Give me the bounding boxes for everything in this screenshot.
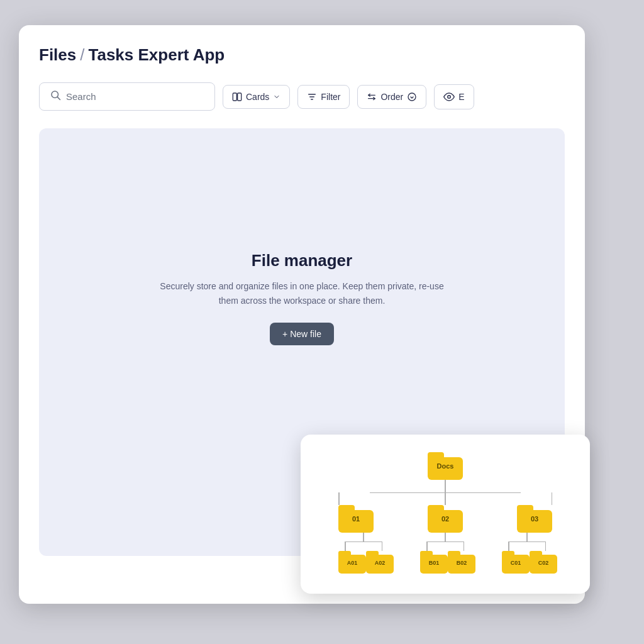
drop-01 [338, 492, 340, 505]
d-c01 [508, 542, 509, 551]
new-file-label: + New file [282, 329, 321, 339]
new-file-button[interactable]: + New file [270, 323, 334, 345]
extra-button[interactable]: E [434, 84, 474, 109]
folder-c01[interactable]: C01 [502, 551, 530, 574]
group-03-gcs: C01 C02 [502, 551, 552, 574]
hc-03 [508, 541, 546, 543]
root-folder-row: Docs [428, 452, 463, 480]
d-c02 [545, 542, 547, 551]
drop-02 [445, 492, 446, 505]
breadcrumb-files[interactable]: Files [39, 45, 76, 65]
cards-label: Cards [246, 92, 269, 102]
folder-02[interactable]: 02 [428, 505, 463, 533]
folder-01-label: 01 [352, 515, 360, 523]
folder-c02[interactable]: C02 [530, 551, 557, 574]
level2-folders: A01 A02 [338, 551, 552, 574]
vc-01 [363, 533, 364, 541]
d-b02 [464, 542, 465, 551]
group-01-gcs: A01 A02 [338, 551, 389, 574]
svg-line-1 [57, 97, 60, 99]
hc-02 [426, 541, 464, 543]
order-icon [367, 92, 377, 102]
folder-b02-label: B02 [457, 560, 467, 566]
folder-a01[interactable]: A01 [338, 551, 366, 574]
file-manager-title: File manager [252, 251, 352, 270]
svg-rect-3 [238, 93, 242, 101]
level1-hline-row [338, 492, 552, 505]
filter-label: Filter [321, 92, 340, 102]
folder-a01-label: A01 [347, 560, 358, 566]
cards-button[interactable]: Cards [223, 85, 290, 109]
cards-chevron-icon [273, 93, 280, 101]
file-manager-description: Securely store and organize files in one… [151, 279, 453, 308]
order-down-icon [407, 92, 417, 102]
group-02-gcs: B01 B02 [420, 551, 470, 574]
hc-01 [345, 541, 382, 543]
order-button[interactable]: Order [357, 85, 426, 109]
svg-point-10 [448, 95, 451, 98]
folder-a02-label: A02 [375, 560, 386, 566]
cards-icon [232, 92, 242, 102]
connector-group-01 [338, 533, 389, 552]
breadcrumb-current: Tasks Expert App [88, 45, 225, 65]
folder-b01-label: B01 [429, 560, 440, 566]
content-area: File manager Securely store and organize… [39, 128, 565, 556]
svg-rect-2 [233, 93, 236, 101]
folder-tree-card: Docs [301, 435, 590, 594]
drops-02 [426, 542, 464, 551]
level1-drops [338, 492, 552, 505]
folder-b01[interactable]: B01 [420, 551, 448, 574]
breadcrumb: Files / Tasks Expert App [39, 45, 565, 65]
d-a01 [345, 542, 346, 551]
connector-group-02 [420, 533, 470, 552]
search-box[interactable]: Search [39, 82, 215, 111]
level1-folders: 01 02 [338, 505, 552, 533]
breadcrumb-separator: / [80, 45, 84, 65]
connector-group-03 [502, 533, 552, 552]
svg-point-9 [408, 93, 416, 101]
extra-label: E [458, 92, 464, 102]
docs-folder[interactable]: Docs [428, 452, 463, 480]
folder-b02[interactable]: B02 [448, 551, 475, 574]
h-line-l1 [370, 492, 521, 494]
filter-button[interactable]: Filter [297, 85, 350, 109]
docs-label: Docs [437, 462, 454, 470]
search-label: Search [66, 91, 96, 102]
folder-c01-label: C01 [511, 560, 521, 566]
folder-03[interactable]: 03 [517, 505, 552, 533]
folder-a02[interactable]: A02 [366, 551, 394, 574]
folder-01[interactable]: 01 [338, 505, 374, 533]
vc-03 [526, 533, 528, 541]
tree-container: Docs [321, 452, 570, 574]
d-b01 [426, 542, 428, 551]
main-card: Files / Tasks Expert App Search Cards [19, 25, 585, 604]
search-icon [50, 89, 61, 104]
root-connector [445, 480, 446, 492]
folder-c02-label: C02 [538, 560, 549, 566]
drops-01 [345, 542, 382, 551]
d-a02 [382, 542, 383, 551]
eye-icon [443, 91, 455, 103]
folder-02-label: 02 [441, 515, 449, 523]
folder-03-label: 03 [531, 515, 538, 523]
drop-03 [552, 492, 553, 505]
vc-02 [445, 533, 446, 541]
level2-connectors [338, 533, 552, 552]
toolbar: Search Cards Filter Order [39, 82, 565, 111]
order-label: Order [380, 92, 403, 102]
drops-03 [508, 542, 546, 551]
filter-icon [307, 92, 317, 102]
